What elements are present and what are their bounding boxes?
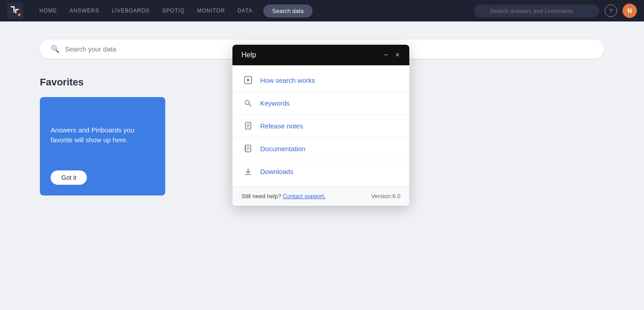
topnav: HOME ANSWERS LIVEBOARDS SPOTIQ MONITOR D… [0,0,644,21]
help-item-keywords[interactable]: Keywords [232,92,409,115]
help-button[interactable]: ? [605,4,617,17]
help-dialog-header: Help − × [232,45,409,65]
help-dialog-controls: − × [383,51,400,59]
help-item-downloads[interactable]: Downloads [232,160,409,183]
nav-links: HOME ANSWERS LIVEBOARDS SPOTIQ MONITOR D… [34,4,470,17]
how-search-works-label: How search works [260,76,315,84]
nav-liveboards[interactable]: LIVEBOARDS [106,5,155,17]
help-item-documentation[interactable]: Documentation [232,137,409,160]
downloads-label: Downloads [260,168,293,175]
main-search-icon: 🔍 [51,45,60,53]
help-version: Version:6.0 [371,193,400,200]
help-dialog-title: Help [241,51,256,59]
svg-rect-4 [15,9,17,13]
favorites-card: Answers and Pinboards you favorite will … [40,97,165,195]
download-icon [243,167,253,175]
help-dialog-footer: Still need help? Contact support. Versio… [232,186,409,206]
release-notes-label: Release notes [260,122,303,130]
help-item-release-notes[interactable]: Release notes [232,115,409,137]
nav-answers[interactable]: ANSWERS [64,5,104,17]
favorites-card-text: Answers and Pinboards you favorite will … [51,110,155,160]
help-minimize-button[interactable]: − [383,51,389,59]
help-item-how-search-works[interactable]: How search works [232,69,409,92]
logo[interactable] [7,3,23,19]
global-search-wrap: 🔍 [474,4,599,17]
contact-support-link[interactable]: Contact support. [283,193,326,200]
release-notes-icon [243,122,253,130]
nav-monitor[interactable]: MONITOR [192,5,230,17]
play-icon [243,76,253,84]
global-search-input[interactable] [474,4,599,17]
avatar[interactable]: N [623,4,637,18]
got-it-button[interactable]: Got it [51,170,87,185]
help-dialog-body: How search works Keywords [232,65,409,186]
documentation-label: Documentation [260,145,305,153]
search-data-button[interactable]: Search data [263,4,313,17]
key-icon [243,99,253,107]
nav-right: 🔍 ? N [474,4,637,18]
svg-point-5 [18,13,21,16]
svg-line-10 [250,105,251,106]
help-dialog: Help − × How search works [232,45,409,206]
svg-rect-2 [13,6,15,13]
help-footer-text: Still need help? Contact support. [241,193,326,200]
nav-home[interactable]: HOME [34,5,62,17]
help-close-button[interactable]: × [395,51,400,59]
keywords-label: Keywords [260,99,290,107]
nav-data[interactable]: DATA [232,5,258,17]
svg-rect-19 [245,146,246,151]
nav-spotiq[interactable]: SPOTIQ [157,5,190,17]
documentation-icon [243,144,253,153]
